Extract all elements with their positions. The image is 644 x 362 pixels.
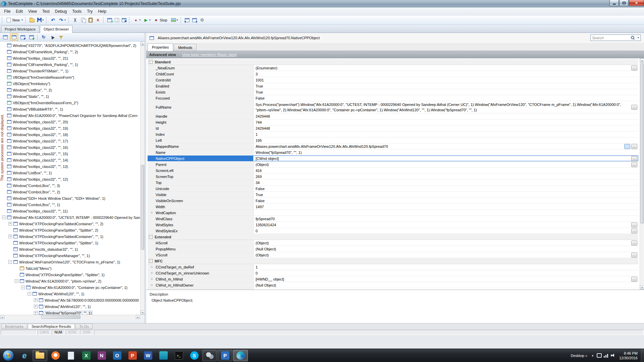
tree-item[interactable]: Window("tooltips_class32", "", 17) — [0, 138, 140, 144]
tree-item[interactable]: −Window("AfxWnd120", "", 1) — [0, 291, 140, 297]
tree-hscroll-track[interactable] — [4, 315, 136, 319]
tab-methods[interactable]: Methods — [174, 44, 197, 51]
ellipsis-button[interactable]: … — [631, 144, 637, 149]
close-button[interactable]: × — [629, 0, 644, 6]
minus-expander-icon[interactable]: − — [15, 279, 18, 283]
tree-item[interactable]: VBObject("frmOverrideReasonForm_2") — [0, 100, 140, 106]
point-and-select-button[interactable] — [48, 34, 56, 41]
menu-item-help[interactable]: Help — [95, 8, 109, 15]
property-row-top[interactable]: Top34 — [148, 180, 638, 186]
property-row-mappedname[interactable]: MappedNameAliases.powerchart.wndAfx.AfxF… — [148, 143, 638, 149]
property-row-enabled[interactable]: EnabledTrue — [148, 83, 638, 89]
previous-window-button[interactable] — [184, 17, 191, 23]
property-row-popupmenu[interactable]: PopupMenu(Null Object) — [148, 246, 638, 252]
taskbar-powerpoint[interactable]: P — [125, 350, 140, 361]
taskbar-browser-orange[interactable] — [48, 350, 63, 361]
taskbar-windows-explorer[interactable] — [33, 350, 47, 361]
tree-item[interactable]: +Window("AfxWnd120", "", 1) — [0, 303, 140, 310]
property-row-ccmdtarget-m-dwref[interactable]: CCmdTarget_m_dwRef1 — [148, 264, 638, 270]
maximize-button[interactable] — [619, 0, 629, 6]
taskbar-clock[interactable]: 8:46 PM 12/30/2016 — [619, 351, 638, 360]
property-row-visibleonscreen[interactable]: VisibleOnScreenFalse — [148, 198, 638, 204]
taskbar-word[interactable]: W — [141, 350, 155, 361]
ellipsis-button[interactable]: … — [631, 156, 637, 161]
new-button[interactable]: New▾ — [5, 17, 24, 23]
show-desktop-button[interactable] — [641, 349, 644, 362]
tree-item[interactable]: Window("VBBubbleRT6", "", 1) — [0, 106, 140, 112]
ellipsis-button[interactable]: … — [631, 240, 637, 245]
tree-item[interactable]: Window("tooltips_class32", "", 13) — [0, 163, 140, 170]
property-row-screentop[interactable]: ScreenTop269 — [148, 174, 638, 180]
property-row-width[interactable]: Width1497 — [148, 204, 638, 210]
property-row-id[interactable]: Id2429448 — [148, 125, 638, 131]
property-row-wndcaption[interactable]: WndCaption — [148, 210, 638, 216]
taskbar-excel[interactable]: X — [79, 350, 94, 361]
tree-item[interactable]: Window("ListBox", "", 2) — [0, 87, 140, 93]
tree-item[interactable]: Window("CtlFrameWork_Parking", "", 1) — [0, 61, 140, 68]
ellipsis-button[interactable]: … — [631, 162, 637, 167]
tree-item[interactable]: Window("Afx:61A20000:0", "PowerChart Org… — [0, 112, 140, 119]
stop-button[interactable]: ■Stop — [152, 17, 169, 23]
property-row-controlid[interactable]: ControlId1001 — [148, 77, 638, 83]
scroll-up-icon[interactable]: ▲ — [141, 42, 145, 46]
ellipsis-button[interactable]: … — [631, 228, 637, 233]
menu-item-tools[interactable]: Tools — [69, 8, 84, 15]
undo-button[interactable]: ↶ — [49, 17, 57, 23]
property-row-nativecppobject[interactable]: NativeCPPObject[CWnd object]… — [148, 156, 638, 162]
tree-item[interactable]: −Window("Afx:61A20000:0", "UCTEST, INTEM… — [0, 214, 140, 221]
property-row-parent[interactable]: Parent(Object)… — [148, 162, 638, 168]
tree-item[interactable]: VBObject("frmOverrideReasonForm") — [0, 74, 140, 80]
tab-properties[interactable]: Properties — [148, 43, 173, 51]
grid-vscroll-track[interactable] — [640, 63, 644, 285]
collapse-icon[interactable]: − — [149, 259, 153, 263]
property-row-height[interactable]: Height744 — [148, 119, 638, 125]
property-row-unicode[interactable]: UnicodeFalse — [148, 186, 638, 192]
tray-expand-icon[interactable]: ▲ — [591, 354, 594, 357]
copy-object-name-button[interactable] — [19, 34, 27, 41]
window-titlebar[interactable]: TestComplete - C:\Users\ns045665\Documen… — [0, 0, 644, 7]
property-row-exists[interactable]: ExistsTrue — [148, 89, 638, 95]
tree-item[interactable]: Window("GDI+ Hook Window Class", "GDI+ W… — [0, 195, 140, 201]
cut-button[interactable] — [71, 17, 79, 23]
tree-item[interactable]: Window("#32770", "ASDFLKJHPOWERCHARTPOIU… — [0, 42, 140, 49]
scroll-right-icon[interactable]: ► — [136, 315, 140, 319]
copy-button[interactable] — [79, 17, 87, 23]
property-row-childcount[interactable]: ChildCount3 — [148, 71, 638, 77]
open-button[interactable] — [29, 17, 36, 23]
run-button[interactable]: ▶▾ — [142, 17, 152, 23]
plus-expander-icon[interactable]: + — [8, 235, 12, 238]
menu-item-test[interactable]: Test — [40, 8, 52, 15]
organize-tests-button[interactable] — [114, 17, 120, 23]
tree-item[interactable]: Window("XTPDockingPaneManager", "", 1) — [0, 252, 140, 259]
property-group-header[interactable]: −MFC — [148, 258, 638, 264]
tree-item[interactable]: +Window("fpSpread70", "", 1) — [0, 310, 140, 315]
collapse-icon[interactable]: − — [149, 235, 153, 239]
property-row-name[interactable]: NameWindow("fpSpread70", "", 1) — [148, 149, 638, 156]
taskbar-skype[interactable]: S — [187, 350, 202, 361]
search-dropdown-icon[interactable]: ▾ — [636, 36, 639, 39]
map-object-name-button[interactable] — [28, 34, 36, 41]
property-row-wndclass[interactable]: WndClassfpSpread70 — [148, 216, 638, 222]
tree-item[interactable]: TabList("Menu") — [0, 265, 140, 272]
tree-hscroll-thumb[interactable] — [41, 315, 81, 319]
tree-item[interactable]: Window("CtlFrameWork_Parking", "", 2) — [0, 49, 140, 55]
property-row-ccmdtarget-m-xinnerunknown[interactable]: CCmdTarget_m_xInnerUnknown0 — [148, 270, 638, 276]
minimize-button[interactable] — [609, 0, 619, 6]
ellipsis-button[interactable]: … — [631, 277, 637, 282]
grid-vscroll-thumb[interactable] — [640, 63, 644, 224]
property-row-hscroll[interactable]: HScroll(Object)… — [148, 240, 638, 246]
tray-display-icon[interactable] — [597, 353, 602, 358]
property-row-screenleft[interactable]: ScreenLeft416 — [148, 168, 638, 174]
tree-item[interactable]: −Window("Afx:61A20000:0", "Container pc-… — [0, 284, 140, 291]
tree-item[interactable]: Window("tooltips_class32", "", 14) — [0, 157, 140, 163]
tree-item[interactable]: +Window("XTPDockingPaneTabbedContainer",… — [0, 233, 140, 240]
tree-item[interactable]: Window("ComboLBox", "", 3) — [0, 182, 140, 189]
property-row-cwnd-m-hwndowner[interactable]: CWnd_m_hWndOwner(Null Object) — [148, 282, 638, 288]
plus-expander-icon[interactable]: + — [34, 311, 38, 315]
start-button[interactable] — [3, 350, 14, 361]
search-input[interactable]: Search ▾ — [590, 35, 641, 41]
property-row-visible[interactable]: VisibleTrue — [148, 192, 638, 198]
tree-vertical-scrollbar[interactable]: ▲ ▼ — [140, 42, 145, 315]
record-button[interactable]: ●▾ — [132, 17, 142, 23]
paste-button[interactable] — [88, 17, 94, 23]
